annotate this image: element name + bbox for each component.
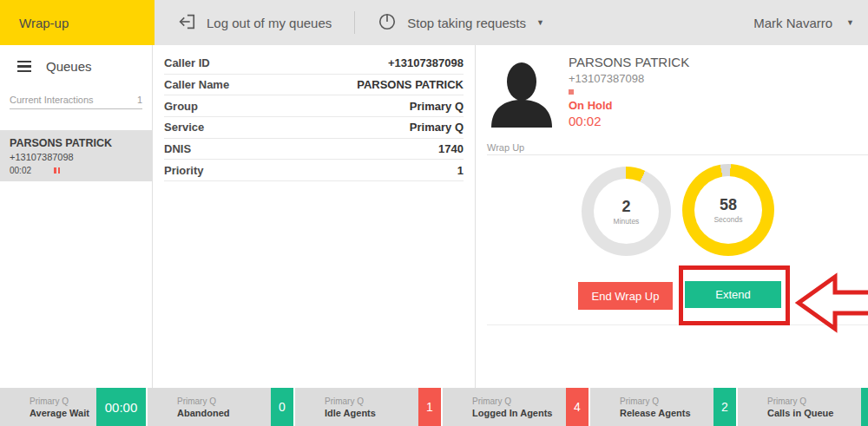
wrapup-seconds-donut: 58 Seconds <box>682 164 774 256</box>
stat-label: Abandoned <box>177 408 271 418</box>
hold-pause-icon <box>54 167 60 174</box>
current-interactions-header: Current Interactions 1 <box>10 95 142 109</box>
caller-name: PARSONS PATRICK <box>569 55 689 69</box>
avatar <box>489 58 555 131</box>
detail-value: 1 <box>457 164 464 177</box>
stat-value: 00:00 <box>96 388 146 426</box>
user-menu[interactable]: Mark Navarro ▼ <box>753 0 868 45</box>
stop-taking-requests-button[interactable]: Stop taking requests ▼ <box>355 0 567 45</box>
call-details-panel: Caller ID +13107387098 Caller Name PARSO… <box>154 45 476 388</box>
table-row: Caller ID +13107387098 <box>164 53 464 75</box>
stat-tile-logged-in-agents[interactable]: Primary Q Logged In Agents 4 <box>443 388 589 426</box>
detail-value: Primary Q <box>410 100 464 113</box>
left-arrow-annotation <box>794 270 868 339</box>
stat-queue-name: Primary Q <box>472 397 566 406</box>
app-window: Wrap-up Log out of my queues Stop taking… <box>0 0 868 426</box>
section-divider <box>487 154 868 155</box>
interaction-hold-time: 00:02 <box>10 166 31 175</box>
stat-queue-name: Primary Q <box>325 397 418 406</box>
detail-label: Caller ID <box>164 56 210 69</box>
detail-value: PARSONS PATRICK <box>357 78 464 91</box>
interaction-list-item[interactable]: PARSONS PATRICK +13107387098 00:02 <box>0 130 152 181</box>
stat-value: 4 <box>566 388 589 426</box>
end-wrap-up-button[interactable]: End Wrap Up <box>578 282 673 310</box>
detail-value: 1740 <box>438 142 464 155</box>
status-badge: On Hold <box>569 99 689 112</box>
detail-label: Priority <box>164 164 204 177</box>
wrapup-section-label: Wrap Up <box>487 142 524 153</box>
logout-queues-label: Log out of my queues <box>207 16 332 30</box>
stat-queue-name: Primary Q <box>620 397 713 406</box>
stat-label: Logged In Agents <box>472 408 566 418</box>
table-row: Caller Name PARSONS PATRICK <box>164 75 464 96</box>
table-row: Priority 1 <box>164 160 464 181</box>
stop-icon <box>378 12 397 34</box>
detail-value: Primary Q <box>410 121 464 134</box>
stop-taking-requests-label: Stop taking requests <box>407 16 526 30</box>
queues-header[interactable]: Queues <box>0 45 152 74</box>
current-interactions-label: Current Interactions <box>10 95 94 105</box>
stat-value: 1 <box>418 388 441 426</box>
stat-value: 2 <box>713 388 736 426</box>
caller-wrapup-panel: PARSONS PATRICK +13107387098 On Hold 00:… <box>477 45 868 388</box>
hold-timer: 00:02 <box>569 114 689 128</box>
detail-label: Caller Name <box>164 78 229 91</box>
stat-label: Calls in Queue <box>767 408 861 418</box>
table-row: DNIS 1740 <box>164 139 464 161</box>
interaction-caller-phone: +13107387098 <box>10 152 142 162</box>
detail-label: DNIS <box>164 142 191 155</box>
interaction-caller-name: PARSONS PATRICK <box>10 137 142 149</box>
stat-value: 0 <box>271 388 293 426</box>
top-bar: Wrap-up Log out of my queues Stop taking… <box>0 0 868 45</box>
detail-label: Service <box>164 121 204 134</box>
stat-tile-abandoned[interactable]: Primary Q Abandoned 0 <box>148 388 293 426</box>
table-row: Group Primary Q <box>164 95 464 117</box>
seconds-value: 58 <box>720 196 737 214</box>
stat-queue-name: Primary Q <box>767 397 861 406</box>
current-interactions-count: 1 <box>137 95 142 105</box>
logout-icon <box>177 12 196 34</box>
chevron-down-icon: ▼ <box>846 18 854 27</box>
wrapup-minutes-donut: 2 Minutes <box>582 167 671 256</box>
stat-value <box>861 388 868 426</box>
stat-tile-idle-agents[interactable]: Primary Q Idle Agents 1 <box>295 388 441 426</box>
minutes-value: 2 <box>621 198 630 216</box>
stat-queue-name: Primary Q <box>177 397 271 406</box>
stat-label: Release Agents <box>620 408 713 418</box>
stat-label: Average Wait <box>30 408 96 418</box>
stat-label: Idle Agents <box>325 408 418 418</box>
hold-indicator-icon <box>569 89 574 95</box>
highlight-rectangle-annotation <box>679 265 790 325</box>
stat-queue-name: Primary Q <box>30 397 96 406</box>
queues-title: Queues <box>46 59 92 74</box>
chevron-down-icon: ▼ <box>536 18 544 27</box>
seconds-unit-label: Seconds <box>713 215 742 224</box>
user-name: Mark Navarro <box>753 16 832 30</box>
menu-icon <box>17 61 31 73</box>
table-row: Service Primary Q <box>164 117 464 139</box>
detail-value: +13107387098 <box>388 56 464 69</box>
page-title: Wrap-up <box>0 0 155 45</box>
stat-tile-release-agents[interactable]: Primary Q Release Agents 2 <box>590 388 736 426</box>
caller-phone: +13107387098 <box>569 72 689 85</box>
detail-label: Group <box>164 100 198 113</box>
queue-stats-bar: Primary Q Average Wait 00:00 Primary Q A… <box>0 388 868 426</box>
queues-sidebar: Queues Current Interactions 1 PARSONS PA… <box>0 45 153 388</box>
stat-tile-calls-in-queue[interactable]: Primary Q Calls in Queue <box>738 388 868 426</box>
stat-tile-average-wait[interactable]: Primary Q Average Wait 00:00 <box>0 388 146 426</box>
logout-queues-button[interactable]: Log out of my queues <box>155 0 354 45</box>
minutes-unit-label: Minutes <box>614 217 640 226</box>
